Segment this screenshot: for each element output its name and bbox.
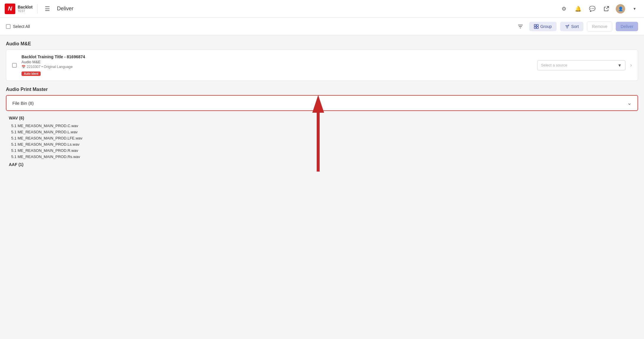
wav-item-2: 5.1 ME_REASON_MAIN_PROD.L.wav [9,129,635,135]
wav-item-4: 5.1 ME_REASON_MAIN_PROD.Ls.wav [9,141,635,147]
chat-icon[interactable]: 💬 [587,4,597,14]
sort-button[interactable]: Sort [560,22,584,31]
audio-me-card-title: Backlot Training Title - 81696874 [21,54,532,59]
filter-icon[interactable] [515,21,526,32]
calendar-icon: 📅 [21,65,26,69]
remove-label: Remove [592,24,607,29]
audio-me-meta-text: 2210307 • Original Language [27,65,73,69]
svg-rect-6 [537,27,538,29]
file-bin-header[interactable]: File Bin (8) ⌄ [6,96,638,110]
wav-item-3: 5.1 ME_REASON_MAIN_PROD.LFE.wav [9,135,635,141]
wav-item-6: 5.1 ME_REASON_MAIN_PROD.Rs.wav [9,154,635,160]
svg-rect-4 [537,24,538,26]
svg-rect-5 [534,27,536,29]
hamburger-icon[interactable]: ☰ [42,3,52,15]
select-all-area[interactable]: Select All [6,24,30,29]
brand-text: Backlot TEST [18,5,33,13]
select-all-checkbox[interactable] [6,24,11,29]
audio-me-card-subtitle: Audio M&E [21,60,532,64]
source-placeholder: Select a source [541,63,615,67]
audio-me-checkbox[interactable] [12,63,17,68]
avatar-chevron-icon[interactable]: ▼ [630,4,639,14]
navbar-icons: ⚙ 🔔 💬 👤 ▼ [559,4,639,14]
audio-me-info: Backlot Training Title - 81696874 Audio … [21,54,532,76]
sort-label: Sort [571,24,579,29]
wav-item-5: 5.1 ME_REASON_MAIN_PROD.R.wav [9,147,635,154]
deliver-label: Deliver [620,24,633,29]
group-label: Group [540,24,552,29]
main-content: Audio M&E Backlot Training Title - 81696… [0,35,644,339]
audio-print-master-title: Audio Print Master [6,87,638,92]
audio-print-master-section: Audio Print Master File Bin (8) ⌄ WAV (6… [6,87,638,172]
avatar[interactable]: 👤 [616,4,625,14]
settings-icon[interactable]: ⚙ [559,4,569,14]
nav-divider [37,4,38,14]
auto-ident-badge: Auto Ident [21,72,41,76]
select-all-label: Select All [13,24,30,29]
file-bin-container: File Bin (8) ⌄ [6,95,638,111]
page-title: Deliver [57,6,74,12]
external-link-icon[interactable] [602,4,611,14]
audio-me-title: Audio M&E [6,41,638,46]
deliver-button[interactable]: Deliver [616,22,638,31]
bell-icon[interactable]: 🔔 [573,4,583,14]
wav-item-1: 5.1 ME_REASON_MAIN_PROD.C.wav [9,123,635,129]
brand-sub: TEST [18,9,33,13]
navbar: N Backlot TEST ☰ Deliver ⚙ 🔔 💬 👤 ▼ [0,0,644,18]
toolbar: Select All Group Sort Remove Deliver [0,18,644,35]
audio-me-card-meta: 📅 2210307 • Original Language [21,65,532,69]
wav-section: WAV (6) 5.1 ME_REASON_MAIN_PROD.C.wav 5.… [6,116,638,172]
source-chevron-icon: ▼ [618,63,622,68]
group-button[interactable]: Group [529,22,557,31]
source-dropdown[interactable]: Select a source ▼ [537,60,625,70]
aaf-group-title: AAF (1) [9,162,635,167]
audio-me-section: Audio M&E Backlot Training Title - 81696… [6,41,638,81]
wav-group-title: WAV (6) [9,116,635,120]
svg-rect-3 [534,24,536,26]
logo-area: N Backlot TEST [5,4,33,14]
audio-me-card: Backlot Training Title - 81696874 Audio … [6,49,638,81]
file-bin-wrapper: File Bin (8) ⌄ WAV (6) 5.1 ME_REASON_MAI… [6,95,638,172]
file-bin-title: File Bin (8) [12,101,34,106]
file-bin-chevron-icon: ⌄ [627,100,632,106]
card-arrow-icon[interactable]: › [630,62,632,68]
brand-name: Backlot [18,5,33,9]
netflix-logo-icon: N [5,4,15,14]
remove-button[interactable]: Remove [587,21,612,31]
